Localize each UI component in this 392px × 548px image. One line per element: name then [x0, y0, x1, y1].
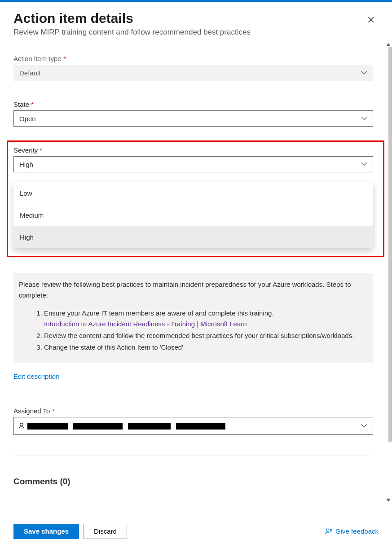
severity-option-low[interactable]: Low: [13, 182, 373, 204]
select-state[interactable]: Open: [13, 110, 373, 127]
edit-description-link[interactable]: Edit description: [13, 373, 60, 380]
select-value: Open: [19, 115, 36, 123]
feedback-icon: [325, 527, 333, 535]
description-step-1: Ensure your Azure IT team members are aw…: [44, 308, 368, 329]
chevron-down-icon: [361, 424, 367, 428]
field-state: State * Open: [13, 101, 373, 127]
severity-dropdown-list: Low Medium High: [13, 182, 373, 248]
comments-header: Comments (0): [13, 477, 373, 487]
label-state: State *: [13, 101, 373, 108]
chevron-down-icon: [361, 117, 367, 121]
label-action-item-type: Action item type *: [13, 55, 373, 62]
scroll-up-arrow-icon[interactable]: [386, 43, 391, 46]
redacted-text: [73, 423, 123, 430]
description-step-3: Change the state of this Action Item to …: [44, 342, 368, 353]
training-link[interactable]: Introduction to Azure Incident Readiness…: [44, 320, 247, 328]
description-step-2: Review the content and follow the recomm…: [44, 330, 368, 341]
svg-point-0: [20, 423, 23, 426]
section-divider: [13, 456, 373, 456]
redacted-text: [27, 423, 68, 430]
panel-title: Action item details: [13, 11, 251, 26]
panel-subtitle: Review MIRP training content and follow …: [13, 28, 251, 37]
required-asterisk: *: [40, 146, 42, 154]
chevron-down-icon: [361, 162, 367, 167]
select-value: Default: [19, 69, 41, 77]
required-asterisk: *: [63, 55, 66, 62]
required-asterisk: *: [31, 101, 34, 108]
give-feedback-link[interactable]: Give feedback: [325, 527, 379, 535]
field-severity: Severity * High: [13, 146, 373, 172]
redacted-text: [128, 423, 171, 430]
label-description-clipped: [13, 262, 373, 268]
severity-option-high[interactable]: High: [13, 226, 373, 248]
select-value: High: [19, 161, 33, 168]
select-severity[interactable]: High: [13, 156, 373, 172]
label-assigned-to: Assigned To *: [13, 407, 373, 415]
close-icon: ✕: [367, 14, 375, 26]
label-severity: Severity *: [13, 146, 373, 154]
person-icon: [18, 422, 26, 430]
description-box: Please review the following best practic…: [13, 273, 373, 363]
field-action-item-type: Action item type * Default: [13, 55, 373, 81]
footer-bar: Save changes Discard Give feedback: [0, 514, 392, 548]
redacted-text: [176, 423, 225, 430]
chevron-down-icon: [361, 71, 367, 75]
required-asterisk: *: [52, 407, 55, 415]
description-intro: Please review the following best practic…: [19, 279, 368, 301]
save-changes-button[interactable]: Save changes: [13, 524, 79, 539]
severity-option-medium[interactable]: Medium: [13, 204, 373, 226]
select-assigned-to[interactable]: [13, 417, 373, 435]
discard-button[interactable]: Discard: [84, 524, 127, 539]
svg-point-1: [326, 529, 329, 531]
select-action-item-type: Default: [13, 65, 373, 81]
scrollbar-thumb[interactable]: [388, 47, 392, 442]
scroll-down-arrow-icon[interactable]: [386, 499, 391, 502]
close-button[interactable]: ✕: [363, 13, 379, 27]
field-assigned-to: Assigned To *: [13, 407, 373, 435]
